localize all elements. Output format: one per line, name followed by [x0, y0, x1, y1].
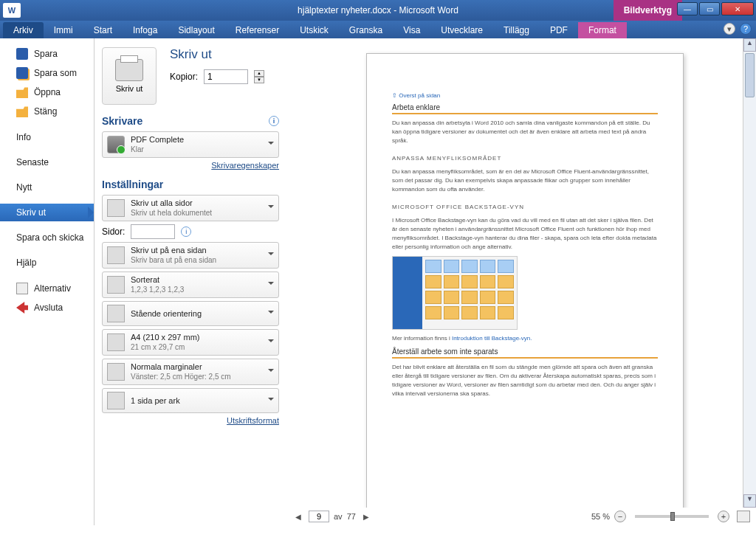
tab-granska[interactable]: Granska [339, 22, 393, 38]
tab-arkiv[interactable]: Arkiv [3, 22, 44, 38]
one-side-icon [107, 246, 125, 264]
tab-utvecklare[interactable]: Utvecklare [430, 22, 493, 38]
minimize-button[interactable]: — [677, 2, 698, 15]
collate-dropdown[interactable]: Sorterat1,2,3 1,2,3 1,2,3 [102, 272, 279, 298]
print-button[interactable]: Skriv ut [102, 47, 157, 105]
doc-s1: ANPASSA MENYFLIKSOMRÅDET [392, 154, 658, 163]
copies-label: Kopior: [170, 72, 198, 82]
doc-h1: Arbeta enklare [392, 103, 658, 114]
copies-input[interactable] [204, 69, 248, 84]
print-sides-dropdown[interactable]: Skriv ut på ena sidanSkriv bara ut på en… [102, 242, 279, 269]
titlebar: W hjälptexter nyheter.docx - Microsoft W… [0, 0, 756, 21]
printer-properties-link[interactable]: Skrivaregenskaper [102, 161, 279, 170]
printer-status: Klar [131, 145, 144, 153]
doc-top-link: ⇧ Överst på sidan [392, 92, 658, 99]
window-title: hjälptexter nyheter.docx - Microsoft Wor… [298, 5, 458, 15]
pages-info-icon[interactable]: i [181, 226, 191, 237]
printer-dropdown[interactable]: PDF CompleteKlar [102, 131, 279, 158]
copies-up[interactable]: ▲ [254, 70, 264, 77]
sidebar-item-skriv-ut[interactable]: Skriv ut [0, 204, 94, 221]
sidebar-item-senaste[interactable]: Senaste [0, 153, 94, 171]
sidebar-item-label: Alternativ [34, 283, 71, 294]
page-number-input[interactable] [309, 511, 329, 522]
word-icon: W [3, 3, 21, 18]
chevron-down-icon [268, 282, 274, 288]
doc-h2: Återställ arbete som inte sparats [392, 347, 658, 359]
minimize-ribbon-icon[interactable]: ▾ [724, 23, 735, 35]
doc-p4: Det har blivit enklare att återställa en… [392, 363, 658, 398]
tab-infoga[interactable]: Infoga [123, 22, 168, 38]
printer-name: PDF Complete [131, 135, 184, 144]
tab-sidlayout[interactable]: Sidlayout [168, 22, 224, 38]
copies-down[interactable]: ▼ [254, 77, 264, 83]
paper-size-dropdown[interactable]: A4 (210 x 297 mm)21 cm x 29,7 cm [102, 329, 279, 356]
sidebar-item-oppna[interactable]: Öppna [0, 83, 94, 102]
prev-page-button[interactable]: ◀ [292, 513, 304, 521]
contextual-tab-bildverktyg[interactable]: Bildverktyg [614, 0, 682, 21]
sidebar-item-label: Skriv ut [16, 207, 46, 218]
scroll-thumb[interactable] [745, 53, 755, 97]
scroll-up[interactable]: ▲ [743, 38, 756, 52]
doc-s2: MICROSOFT OFFICE BACKSTAGE-VYN [392, 203, 658, 212]
preview-scrollbar[interactable]: ▲ ▼ [743, 38, 756, 508]
pages-input[interactable] [131, 224, 175, 239]
tab-format[interactable]: Format [578, 22, 627, 38]
settings-heading: Inställningar [102, 179, 163, 190]
print-heading: Skriv ut [170, 47, 279, 62]
total-pages: 77 [347, 512, 356, 521]
scroll-down[interactable]: ▼ [743, 494, 756, 508]
fit-page-button[interactable] [737, 511, 750, 522]
close-button[interactable]: ✕ [721, 2, 754, 15]
chevron-down-icon [268, 398, 274, 404]
pages-per-sheet-dropdown[interactable]: 1 sida per ark [102, 388, 279, 413]
print-panel: Skriv ut Skriv ut Kopior: ▲▼ Skrivarei P… [94, 38, 286, 525]
exit-icon [16, 302, 28, 314]
sidebar-item-spara-som[interactable]: Spara som [0, 63, 94, 83]
sidebar-item-info[interactable]: Info [0, 128, 94, 146]
zoom-slider[interactable] [635, 515, 709, 518]
preview-statusbar: ◀ av 77 ▶ 55 % − + [286, 508, 756, 525]
sidebar-item-label: Öppna [34, 87, 61, 97]
collate-icon [107, 276, 125, 294]
tab-start[interactable]: Start [83, 22, 123, 38]
sidebar-item-label: Hjälp [16, 257, 36, 268]
sidebar-item-spara[interactable]: Spara [0, 44, 94, 63]
margins-dropdown[interactable]: Normala marginalerVänster: 2,5 cm Höger:… [102, 359, 279, 385]
sidebar-item-nytt[interactable]: Nytt [0, 179, 94, 196]
sidebar-item-hjalp[interactable]: Hjälp [0, 254, 94, 272]
next-page-button[interactable]: ▶ [360, 513, 372, 521]
tab-pdf[interactable]: PDF [540, 22, 578, 38]
chevron-down-icon [268, 252, 274, 258]
chevron-down-icon [268, 369, 274, 375]
doc-p1: Du kan anpassa din arbetsyta i Word 2010… [392, 119, 658, 145]
close-file-icon [16, 106, 28, 117]
sidebar-item-label: Avsluta [34, 302, 63, 313]
zoom-in-button[interactable]: + [718, 511, 729, 522]
sidebar-item-stang[interactable]: Stäng [0, 102, 94, 121]
tab-tillagg[interactable]: Tillägg [493, 22, 540, 38]
tab-immi[interactable]: Immi [44, 22, 83, 38]
chevron-down-icon [268, 311, 274, 317]
sidebar-item-label: Stäng [34, 106, 57, 117]
sidebar-item-avsluta[interactable]: Avsluta [0, 298, 94, 317]
tab-utskick[interactable]: Utskick [289, 22, 339, 38]
tab-visa[interactable]: Visa [393, 22, 430, 38]
open-icon [16, 86, 28, 98]
printer-info-icon[interactable]: i [269, 116, 279, 126]
sidebar-item-spara-skicka[interactable]: Spara och skicka [0, 229, 94, 246]
ribbon-tabs: Arkiv Immi Start Infoga Sidlayout Refere… [0, 21, 756, 38]
zoom-knob[interactable] [670, 512, 675, 521]
print-format-link[interactable]: Utskriftsformat [102, 416, 279, 425]
print-range-dropdown[interactable]: Skriv ut alla sidorSkriv ut hela dokumen… [102, 195, 279, 221]
maximize-button[interactable]: ▭ [699, 2, 720, 15]
zoom-out-button[interactable]: − [614, 511, 626, 522]
of-label: av [334, 512, 343, 521]
doc-p3: I Microsoft Office Backstage-vyn kan du … [392, 216, 658, 252]
sidebar-item-label: Spara och skicka [16, 232, 83, 243]
page-size-icon [107, 333, 125, 351]
help-icon[interactable]: ? [740, 23, 752, 35]
tab-referenser[interactable]: Referenser [225, 22, 289, 38]
sidebar-item-alternativ[interactable]: Alternativ [0, 279, 94, 298]
printer-icon [115, 59, 143, 81]
orientation-dropdown[interactable]: Stående orientering [102, 301, 279, 326]
